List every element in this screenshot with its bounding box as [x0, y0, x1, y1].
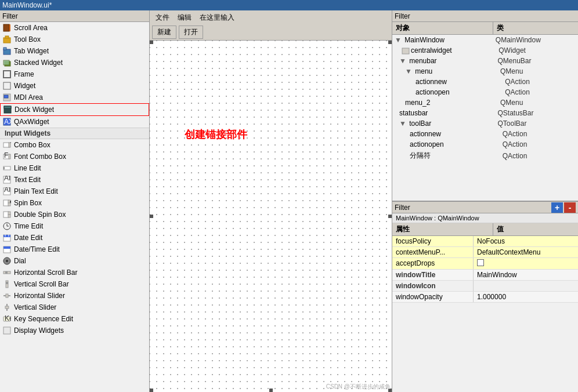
tree-row-mainwindow[interactable]: ▼ MainWindow QMainWindow	[392, 35, 578, 45]
accept-drops-checkbox[interactable]	[477, 259, 484, 266]
prop-name: focusPolicy	[392, 236, 474, 246]
v-scroll-bar-icon	[2, 280, 12, 289]
tree-row-centralwidget[interactable]: centralwidget QWidget	[392, 45, 578, 56]
tree-row-separator[interactable]: 分隔符 QAction	[392, 150, 578, 162]
toolbar-open-button[interactable]: 打开	[179, 26, 203, 39]
prop-row-focus-policy[interactable]: focusPolicy NoFocus	[392, 236, 578, 247]
sidebar-item-v-slider[interactable]: Vertical Slider	[0, 302, 149, 313]
resize-handle-tr[interactable]	[388, 41, 392, 44]
resize-handle-bm[interactable]	[269, 389, 273, 392]
v-slider-icon	[2, 303, 12, 312]
sidebar-item-line-edit[interactable]: Line Edit	[0, 162, 149, 174]
tree-class: QMainWindow	[493, 35, 578, 45]
sidebar-item-combo-box[interactable]: ▼ Combo Box	[0, 139, 149, 151]
tree-row-toolbar[interactable]: ▼ toolBar QToolBar	[392, 118, 578, 129]
svg-rect-9	[3, 82, 10, 89]
tree-row-menu[interactable]: ▼ menu QMenu	[392, 66, 578, 77]
tree-row-statusbar[interactable]: statusbar QStatusBar	[392, 108, 578, 118]
props-subheader: MainWindow : QMainWindow	[392, 213, 578, 223]
sidebar-item-date-edit[interactable]: Date Edit	[0, 232, 149, 244]
prop-row-window-title[interactable]: windowTitle MainWindow	[392, 270, 578, 281]
section-label: Input Widgets	[5, 129, 50, 137]
resize-handle-mr[interactable]	[388, 215, 392, 218]
sidebar-item-dial[interactable]: Dial	[0, 255, 149, 267]
prop-name: acceptDrops	[392, 258, 474, 269]
sidebar-item-label: Font Combo Box	[14, 153, 66, 161]
sidebar-item-datetime-edit[interactable]: Date/Time Edit	[0, 244, 149, 255]
props-filter-header: Filter + -	[392, 202, 578, 213]
tree-class: QAction	[500, 140, 578, 149]
sidebar-item-qax-widget[interactable]: AX QAxWidget	[0, 116, 149, 128]
resize-handle-ml[interactable]	[150, 215, 153, 218]
svg-rect-22	[3, 166, 10, 170]
tree-class: QAction	[503, 77, 578, 86]
sidebar-item-stacked-widget[interactable]: Stacked Widget	[0, 57, 149, 68]
svg-rect-13	[4, 106, 11, 108]
prop-row-accept-drops[interactable]: acceptDrops	[392, 258, 578, 270]
tree-row-actionnew2[interactable]: actionnew QAction	[392, 129, 578, 139]
svg-rect-21	[9, 154, 10, 159]
object-filter-label: Filter	[395, 12, 410, 20]
sidebar-item-tool-box[interactable]: Tool Box	[0, 34, 149, 45]
resize-handle-bl[interactable]	[150, 389, 153, 392]
tree-object: menu_2	[392, 98, 498, 107]
sidebar-item-widget[interactable]: Widget	[0, 80, 149, 92]
center-toolbar: 文件 编辑 在这里输入 新建 打开	[150, 10, 392, 41]
svg-rect-11	[4, 95, 8, 98]
tree-row-actionopen2[interactable]: actionopen QAction	[392, 139, 578, 150]
sidebar-item-display-widgets[interactable]: Display Widgets	[0, 325, 149, 336]
sidebar-item-label: Dial	[14, 257, 26, 265]
sidebar-item-label: Horizontal Scroll Bar	[14, 268, 77, 277]
sidebar-item-label: Double Spin Box	[14, 210, 66, 219]
sidebar-item-plain-text-edit[interactable]: AI Plain Text Edit	[0, 186, 149, 197]
svg-text:▼: ▼	[9, 199, 12, 207]
tree-row-actionnew1[interactable]: actionnew QAction	[392, 77, 578, 87]
prop-row-window-opacity[interactable]: windowOpacity 1.000000	[392, 292, 578, 303]
props-col-value: 值	[493, 223, 578, 235]
sidebar-item-label: Date/Time Edit	[14, 245, 60, 253]
sidebar-item-v-scroll-bar[interactable]: Vertical Scroll Bar	[0, 278, 149, 290]
tree-object: actionnew	[392, 77, 503, 86]
toolbar-new-button[interactable]: 新建	[152, 26, 176, 39]
tree-row-actionopen1[interactable]: actionopen QAction	[392, 87, 578, 97]
design-area[interactable]: 创建锚接部件 CSDN @不断进步的咸鱼	[150, 41, 392, 392]
font-combo-box-icon: F	[2, 152, 12, 161]
sidebar-item-time-edit[interactable]: Time Edit	[0, 220, 149, 232]
sidebar-item-spin-box[interactable]: ▲▼ Spin Box	[0, 197, 149, 209]
sidebar-item-frame[interactable]: Frame	[0, 68, 149, 80]
props-add-button[interactable]: +	[551, 202, 563, 213]
menu-placeholder[interactable]: 在这里输入	[196, 12, 238, 24]
tree-class: QMenu	[498, 67, 578, 76]
sidebar-item-double-spin-box[interactable]: Double Spin Box	[0, 209, 149, 220]
sidebar-item-font-combo-box[interactable]: F Font Combo Box	[0, 151, 149, 162]
props-remove-button[interactable]: -	[564, 202, 576, 213]
dot-grid	[150, 41, 392, 392]
tree-row-menubar[interactable]: ▼ menubar QMenuBar	[392, 56, 578, 66]
sidebar-item-key-seq-edit[interactable]: Key Key Sequence Edit	[0, 313, 149, 325]
tree-row-menu2[interactable]: menu_2 QMenu	[392, 97, 578, 108]
tree-object: actionopen	[392, 140, 500, 149]
sidebar-item-h-slider[interactable]: Horizontal Slider	[0, 290, 149, 302]
sidebar-item-mdi-area[interactable]: MDI Area	[0, 92, 149, 103]
sidebar-item-scroll-area[interactable]: Scroll Area	[0, 22, 149, 34]
dock-widget-icon	[3, 105, 12, 114]
svg-rect-58	[402, 48, 409, 54]
svg-rect-40	[3, 235, 10, 237]
sidebar-item-label: Key Sequence Edit	[14, 315, 73, 323]
prop-row-window-icon[interactable]: windowIcon	[392, 281, 578, 292]
sidebar-item-label: Display Widgets	[14, 326, 64, 335]
sidebar-item-dock-widget[interactable]: Dock Widget	[0, 103, 149, 116]
sidebar-item-h-scroll-bar[interactable]: Horizontal Scroll Bar	[0, 267, 149, 278]
menu-file[interactable]: 文件	[152, 12, 173, 24]
tree-class: QWidget	[496, 46, 578, 55]
tree-class: QMenu	[498, 98, 578, 107]
menu-edit[interactable]: 编辑	[174, 12, 195, 24]
sidebar-item-text-edit[interactable]: AI Text Edit	[0, 174, 149, 186]
prop-row-context-menu[interactable]: contextMenuP... DefaultContextMenu	[392, 247, 578, 258]
svg-rect-5	[3, 48, 6, 50]
left-filter-bar: Filter	[0, 10, 149, 22]
col-class: 类	[493, 22, 578, 34]
resize-handle-tl[interactable]	[150, 41, 153, 44]
key-seq-edit-icon: Key	[2, 314, 12, 324]
sidebar-item-tab-widget[interactable]: Tab Widget	[0, 45, 149, 57]
